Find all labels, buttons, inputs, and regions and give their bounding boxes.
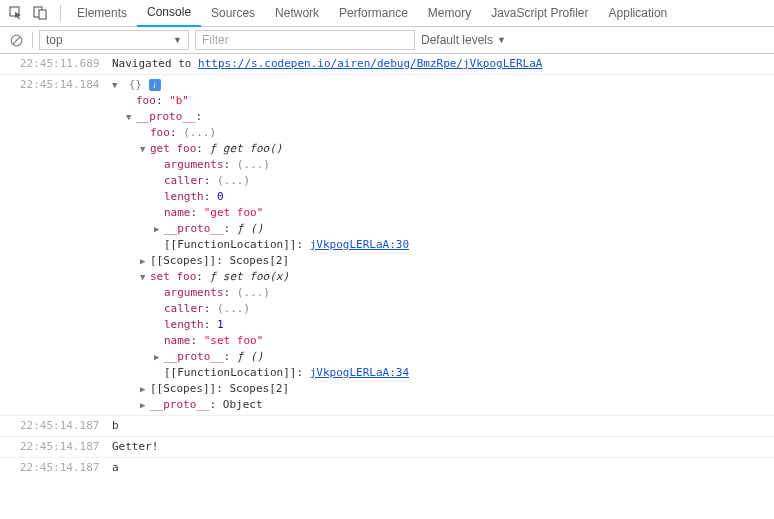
prop-key: foo [136,94,156,107]
log-row: 22:45:14.187 Getter! [0,437,774,458]
prop-value: "get foo" [204,206,264,219]
svg-rect-2 [39,10,46,19]
clear-console-icon[interactable] [6,30,26,50]
toggle-icon[interactable] [126,109,136,125]
svg-line-4 [13,37,20,44]
prop-value[interactable]: Scopes[2] [229,382,289,395]
log-levels-selector[interactable]: Default levels ▼ [421,33,506,47]
console-toolbar: top ▼ Default levels ▼ [0,27,774,54]
console-output: 22:45:11.689 Navigated to https://s.code… [0,54,774,478]
prop-value[interactable]: Object [223,398,263,411]
info-icon[interactable]: i [149,79,161,91]
prop-key: name [164,334,191,347]
toggle-icon[interactable] [140,269,150,285]
toggle-icon[interactable] [140,253,150,269]
prop-value[interactable]: ƒ () [237,222,264,235]
tab-sources[interactable]: Sources [201,0,265,27]
separator [60,5,61,21]
log-row-object: 22:45:14.184 {} i foo: "b" __proto__: fo… [0,75,774,416]
levels-label: Default levels [421,33,493,47]
prop-value-ellipsis[interactable]: (...) [237,158,270,171]
prop-value[interactable]: ƒ () [237,350,264,363]
prop-key: __proto__ [164,350,224,363]
toggle-icon[interactable] [140,397,150,413]
fn-sig: get foo() [223,142,283,155]
fn-marker: ƒ [210,142,223,155]
log-row: 22:45:14.187 a [0,458,774,478]
toggle-icon[interactable] [112,77,122,93]
prop-value-ellipsis[interactable]: (...) [217,302,250,315]
chevron-down-icon: ▼ [173,35,182,45]
prop-key: caller [164,302,204,315]
nav-url[interactable]: https://s.codepen.io/airen/debug/BmzRpe/… [198,57,542,70]
prop-key: caller [164,174,204,187]
prop-value: 0 [217,190,224,203]
function-location-link[interactable]: jVkpogLERLaA:34 [310,366,409,379]
chevron-down-icon: ▼ [497,35,506,45]
context-label: top [46,33,63,47]
prop-key: length [164,318,204,331]
tab-elements[interactable]: Elements [67,0,137,27]
prop-key: foo [150,126,170,139]
internal-key: [[FunctionLocation]] [164,366,296,379]
prop-value-ellipsis[interactable]: (...) [237,286,270,299]
tab-memory[interactable]: Memory [418,0,481,27]
prop-value: "b" [169,94,189,107]
prop-key: arguments [164,286,224,299]
tab-performance[interactable]: Performance [329,0,418,27]
tab-application[interactable]: Application [599,0,678,27]
prop-key: arguments [164,158,224,171]
prop-value: 1 [217,318,224,331]
internal-key: [[Scopes]] [150,382,216,395]
filter-input[interactable] [195,30,415,50]
toggle-icon[interactable] [154,221,164,237]
device-toolbar-icon[interactable] [30,3,50,23]
fn-sig: set foo(x) [223,270,289,283]
prop-key: __proto__ [150,398,210,411]
inspect-element-icon[interactable] [6,3,26,23]
prop-key: __proto__ [136,110,196,123]
timestamp: 22:45:14.187 [20,418,112,434]
prop-value-ellipsis[interactable]: (...) [183,126,216,139]
function-location-link[interactable]: jVkpogLERLaA:30 [310,238,409,251]
prop-key: set foo [150,270,196,283]
internal-key: [[Scopes]] [150,254,216,267]
timestamp: 22:45:14.187 [20,439,112,455]
tab-network[interactable]: Network [265,0,329,27]
tab-profiler[interactable]: JavaScript Profiler [481,0,598,27]
log-row-navigation: 22:45:11.689 Navigated to https://s.code… [0,54,774,75]
prop-key: __proto__ [164,222,224,235]
timestamp: 22:45:11.689 [20,56,112,72]
log-message: Getter! [112,439,774,455]
fn-marker: ƒ [210,270,223,283]
prop-value: "set foo" [204,334,264,347]
timestamp: 22:45:14.184 [20,77,112,93]
toggle-icon[interactable] [154,349,164,365]
toggle-icon[interactable] [140,141,150,157]
prop-key: length [164,190,204,203]
prop-key: name [164,206,191,219]
log-message: b [112,418,774,434]
object-preview[interactable]: {} [129,78,142,91]
timestamp: 22:45:14.187 [20,460,112,476]
prop-key: get foo [150,142,196,155]
log-row: 22:45:14.187 b [0,416,774,437]
devtools-tabbar: Elements Console Sources Network Perform… [0,0,774,27]
tab-console[interactable]: Console [137,0,201,27]
toggle-icon[interactable] [140,381,150,397]
prop-value-ellipsis[interactable]: (...) [217,174,250,187]
context-selector[interactable]: top ▼ [39,30,189,50]
internal-key: [[FunctionLocation]] [164,238,296,251]
log-message: a [112,460,774,476]
prop-value[interactable]: Scopes[2] [229,254,289,267]
separator [32,32,33,48]
nav-prefix: Navigated to [112,57,198,70]
